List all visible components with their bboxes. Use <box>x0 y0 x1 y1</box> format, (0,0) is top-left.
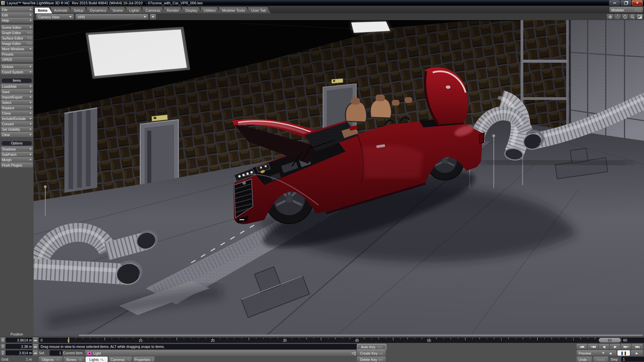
sidebar-item-replace[interactable]: Replace <box>1 105 33 110</box>
tab-setup[interactable]: Setup <box>71 7 88 13</box>
tab-modeler-tools[interactable]: Modeler Tools <box>219 7 250 13</box>
viewport-3d[interactable] <box>34 20 644 337</box>
prev-frame-button[interactable]: ◀|| <box>599 344 609 349</box>
timeline-slider-handle[interactable]: 60 <box>599 338 621 343</box>
sidebar-item-graph-editor[interactable]: Graph Editor^F2 <box>1 30 33 35</box>
view-mode-dropdown[interactable]: Camera View <box>36 14 74 19</box>
mode-lights-button[interactable]: Lights+L <box>86 357 108 362</box>
sidebar-item-import-export[interactable]: Import/Export <box>1 95 33 100</box>
tab-items[interactable]: Items <box>35 7 52 13</box>
z-position-spinner[interactable] <box>33 350 38 356</box>
chevron-down-icon <box>30 123 32 125</box>
delete-key-button[interactable]: Delete Keydel <box>357 357 386 362</box>
sidebar-item-clone[interactable]: Clone <box>1 111 33 116</box>
light-item-icon <box>87 352 91 355</box>
zoom-view-button[interactable] <box>629 14 636 19</box>
item-list-button[interactable] <box>353 350 357 356</box>
first-frame-icon: |◀◀ <box>580 345 584 348</box>
y-axis-button[interactable]: Y <box>1 344 5 349</box>
sidebar-item-shadows[interactable]: Shadows <box>1 146 33 152</box>
x-position-spinner[interactable] <box>33 338 38 343</box>
sidebar-item-scene-editor[interactable]: Scene Editor <box>1 25 33 30</box>
play-icon: ▶ <box>636 352 638 355</box>
current-item-dropdown[interactable]: Light <box>85 350 356 356</box>
sidebar-item-coord-system[interactable]: Coord System <box>1 69 33 74</box>
redo-button[interactable]: Redo <box>593 357 608 362</box>
viewport-options-dropdown[interactable] <box>150 14 156 19</box>
sidebar-item-surface-editor[interactable]: Surface Editor^F3 <box>1 36 33 41</box>
tab-display[interactable]: Display <box>182 7 202 13</box>
mode-objects-button[interactable]: Objects+O <box>39 357 62 362</box>
current-frame-field[interactable]: 0 <box>39 338 59 343</box>
sidebar-item-clear[interactable]: Clear <box>1 132 33 137</box>
next-keyframe-button[interactable]: ▶▶+ <box>621 344 631 349</box>
create-key-button[interactable]: Create Keyret <box>357 350 386 356</box>
sidebar-item-subpatch[interactable]: SubPatch <box>1 152 33 157</box>
sidebar-item-image-editor[interactable]: Image Editor^F4 <box>1 41 33 46</box>
sidebar-item-globals[interactable]: Globals <box>1 64 33 69</box>
mode-cameras-button[interactable]: Cameras+C <box>109 357 132 362</box>
sidebar-item-edit[interactable]: Edit <box>1 12 33 17</box>
minimize-button[interactable] <box>609 0 620 5</box>
y-position-field[interactable]: 2.38 m <box>6 344 33 349</box>
pan-view-button[interactable] <box>614 14 621 19</box>
restore-button[interactable] <box>621 0 631 5</box>
first-frame-button[interactable]: |◀◀ <box>577 344 587 349</box>
close-button[interactable]: × <box>632 0 643 5</box>
sidebar-item-help[interactable]: Help <box>1 18 33 23</box>
maximize-viewport-button[interactable] <box>636 14 643 19</box>
sidebar-item-morph[interactable]: Morph <box>1 157 33 162</box>
sidebar-item-save[interactable]: Save <box>1 89 33 94</box>
play-button[interactable]: ▶ <box>631 350 643 356</box>
x-position-field[interactable]: 2.8614 m <box>6 338 33 343</box>
play-reverse-button[interactable]: ◀ <box>604 350 616 356</box>
titlebar[interactable]: Layout™ NewTek LightWave 3D ® HC Rev 201… <box>0 0 644 6</box>
pause-button[interactable]: ▌▐ <box>618 350 630 356</box>
zoom-icon <box>630 15 635 19</box>
sidebar-item-include-exclude[interactable]: Include/Exclude <box>1 116 33 121</box>
prev-frame-icon: ◀|| <box>603 345 605 348</box>
auto-key-button[interactable]: Auto Key+F1 <box>357 344 386 350</box>
tab-user-tab[interactable]: User Tab <box>248 7 271 13</box>
sidebar-item-set-visibility[interactable]: Set Visibility <box>1 127 33 132</box>
last-frame-button[interactable]: ▶▶| <box>632 344 643 349</box>
open-modeler-button[interactable]: Modeler F12 <box>609 7 643 12</box>
sidebar-item-presets[interactable]: Presets <box>1 52 33 57</box>
orbit-icon <box>608 15 612 19</box>
rotate-view-button[interactable] <box>622 14 628 19</box>
scene-vignette <box>34 20 644 337</box>
current-item-label: Current Item <box>63 350 83 356</box>
tab-animate[interactable]: Animate <box>51 7 72 13</box>
sidebar-item-load-add[interactable]: Load/Add <box>1 84 33 89</box>
x-axis-button[interactable]: X <box>1 338 5 343</box>
render-mode-dropdown[interactable]: VPR <box>75 14 148 19</box>
pause-icon: ▌▐ <box>622 352 626 355</box>
frame-indicator[interactable] <box>68 338 69 343</box>
tab-lights[interactable]: Lights <box>126 7 144 13</box>
undo-button[interactable]: Undou <box>577 357 592 362</box>
mode-bones-button[interactable]: Bones+B <box>63 357 85 362</box>
mode-properties-button[interactable]: Propertiesp <box>133 357 155 362</box>
tab-utilities[interactable]: Utilities <box>201 7 220 13</box>
tab-dynamics[interactable]: Dynamics <box>87 7 111 13</box>
end-frame-field[interactable]: 60 <box>622 338 644 343</box>
preview-dropdown[interactable]: Preview <box>577 350 607 356</box>
prev-keyframe-button[interactable]: +◀◀ <box>588 344 598 349</box>
sidebar-item-flush-plugins[interactable]: Flush Plugins <box>1 163 33 168</box>
y-position-spinner[interactable] <box>33 344 38 349</box>
tab-scene[interactable]: Scene <box>109 7 127 13</box>
orbit-view-button[interactable] <box>607 14 613 19</box>
next-frame-button[interactable]: ||▶ <box>610 344 620 349</box>
step-field[interactable]: 1 <box>621 357 644 362</box>
tab-cameras[interactable]: Cameras <box>143 7 165 13</box>
sidebar-item-convert[interactable]: Convert <box>1 121 33 126</box>
sidebar-item-more-windows[interactable]: More Windows <box>1 46 33 51</box>
tick-label: 50 <box>427 339 431 343</box>
sidebar-item-file[interactable]: File <box>1 7 33 12</box>
sidebar-item-select[interactable]: Select <box>1 100 33 105</box>
tab-render[interactable]: Render <box>164 7 183 13</box>
z-position-field[interactable]: 3.914 m <box>6 350 33 355</box>
z-axis-button[interactable]: Z <box>1 350 5 356</box>
timeline-ruler[interactable]: 0 10 20 30 40 50 60 <box>58 338 621 343</box>
sidebar-item-viper[interactable]: VIPER <box>1 57 33 62</box>
